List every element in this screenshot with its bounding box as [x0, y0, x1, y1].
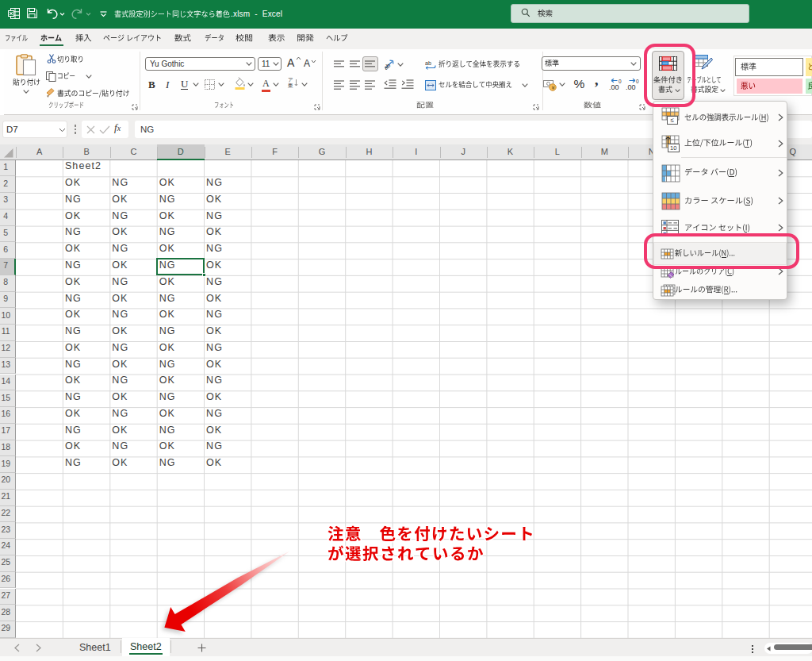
svg-text:0: 0 [636, 79, 639, 84]
svg-text:ab: ab [425, 60, 431, 65]
svg-text:0: 0 [619, 79, 622, 84]
svg-text:.00: .00 [609, 83, 619, 91]
svg-text:.00: .00 [626, 83, 636, 91]
